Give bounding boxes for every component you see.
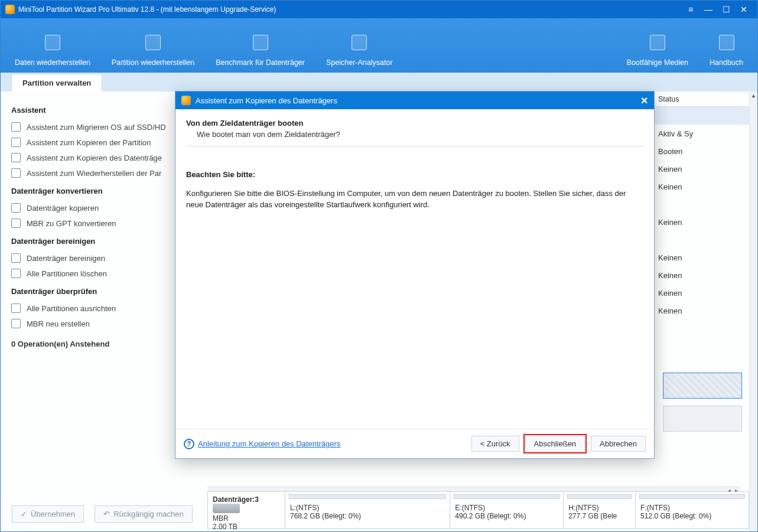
ribbon-bootable-media[interactable]: Bootfähige Medien [616,18,699,73]
disk-map-preview [663,373,742,439]
partition-cell[interactable]: H:(NTFS)277.7 GB (Bele [563,492,635,528]
status-cell [655,107,749,125]
status-column: Aktiv & SyBootenKeinenKeinenKeinenKeinen… [655,107,749,319]
help-link[interactable]: ? Anleitung zum Kopieren des Datenträger… [184,439,340,449]
app-logo-icon [5,5,15,14]
ribbon-data-recovery[interactable]: Daten wiederherstellen [4,18,101,73]
partition-name: E:(NTFS) [455,504,558,512]
ribbon-label: Handbuch [710,58,743,67]
partition-cell[interactable]: L:(NTFS)768.2 GB (Belegt: 0%) [285,492,450,528]
partition-info: 768.2 GB (Belegt: 0%) [290,512,445,520]
dialog-close-button[interactable]: ✕ [640,95,648,106]
maximize-button[interactable]: ☐ [717,5,735,14]
undo-button[interactable]: ↶Rückgängig machen [95,505,193,523]
usage-bar [454,494,559,499]
app-window: MiniTool Partition Wizard Pro Ultimativ … [0,0,758,532]
status-cell: Keinen [655,178,749,195]
tab-partition-manage[interactable]: Partition verwalten [11,74,102,92]
apply-button[interactable]: ✓Übernehmen [12,505,84,523]
dialog-footer: ? Anleitung zum Kopieren des Datenträger… [175,429,654,458]
finish-button[interactable]: Abschließen [525,436,585,452]
status-cell: Keinen [655,213,749,231]
status-cell: Keinen [655,160,749,178]
sidebar-item-label: Assistent zum Migrieren OS auf SSD/HD [27,123,166,132]
sidebar-item-label: Alle Partitionen löschen [27,269,107,278]
status-cell: Keinen [655,249,749,266]
dialog-title: Assistent zum Kopieren des Datenträgers [196,96,337,105]
ribbon-label: Speicher-Analysator [326,58,393,67]
vertical-scrollbar[interactable]: ▲ [749,92,757,531]
sidebar-item-label: Alle Partitionen ausrichten [27,304,116,313]
disk-icon [213,504,240,513]
button-label: Übernehmen [31,510,75,518]
recover-icon [11,168,21,178]
sidebar-item-label: MBR neu erstellen [27,319,90,328]
partition-name: L:(NTFS) [290,504,445,512]
disk-meta: Datenträger:3 MBR 2.00 TB [208,492,285,528]
ribbon-partition-recovery[interactable]: Partition wiederherstellen [101,18,205,73]
partition-name: F:(NTFS) [640,504,744,512]
status-cell: Booten [655,142,749,160]
eraser-icon [11,253,21,263]
dialog-heading: Von dem Zieldatenträger booten [186,119,643,128]
ribbon-benchmark[interactable]: Benchmark für Datenträger [205,18,315,73]
copy-icon [11,203,21,213]
status-cell: Keinen [655,266,749,284]
partition-cell[interactable]: F:(NTFS)512.0 GB (Belegt: 0%) [635,492,749,528]
divider [186,146,643,146]
usage-bar [639,494,745,499]
ribbon-space-analyzer[interactable]: Speicher-Analysator [315,18,404,73]
cancel-button[interactable]: Abbrechen [591,436,646,452]
sidebar-item-label: Assistent zum Kopieren des Datenträge [27,154,162,162]
column-header-status[interactable]: Status [655,92,749,107]
undo-icon: ↶ [103,510,110,518]
disk-strip-3[interactable]: Datenträger:3 MBR 2.00 TB L:(NTFS)768.2 … [207,491,749,529]
ribbon-label: Benchmark für Datenträger [216,58,305,67]
help-link-label[interactable]: Anleitung zum Kopieren des Datenträgers [198,439,340,448]
note-title: Beachten Sie bitte: [186,170,643,179]
disk-map-bar [663,373,742,399]
tabstrip: Partition verwalten [1,73,757,92]
window-title: MiniTool Partition Wizard Pro Ultimativ … [18,5,276,14]
sidebar-item-label: Assistent zum Wiederherstellen der Par [27,169,161,178]
sidebar-item-label: Assistent zum Kopieren der Partition [27,138,151,147]
ribbon-label: Partition wiederherstellen [112,58,194,67]
partition-cell[interactable]: E:(NTFS)490.2 GB (Belegt: 0%) [450,492,563,528]
minimize-button[interactable]: — [700,5,717,14]
ribbon-manual[interactable]: Handbuch [699,18,754,73]
status-cell: Keinen [655,302,749,319]
usb-icon [650,35,665,50]
scroll-up-icon[interactable]: ▲ [750,92,757,100]
partition-info: 490.2 GB (Belegt: 0%) [455,512,558,520]
analyzer-icon [352,35,367,50]
note-body: Konfigurieren Sie bitte die BIOS-Einstel… [186,188,635,211]
titlebar: MiniTool Partition Wizard Pro Ultimativ … [1,1,757,18]
align-icon [11,303,21,313]
ribbon-label: Daten wiederherstellen [15,58,90,67]
back-button[interactable]: < Zurück [471,436,519,452]
partition-info: 512.0 GB (Belegt: 0%) [640,512,744,520]
usage-bar [289,494,446,499]
status-cell [655,231,749,249]
close-button[interactable]: ✕ [735,5,753,14]
status-cell: Keinen [655,284,749,302]
sidebar-item-label: Datenträger kopieren [27,204,99,213]
menu-icon[interactable]: ≡ [682,5,700,14]
status-cell: Aktiv & Sy [655,125,749,142]
partition-info: 277.7 GB (Bele [568,512,630,520]
dialog-subheading: Wie bootet man von dem Zieldatenträger? [197,130,643,139]
copy-partition-icon [11,138,21,147]
convert-icon [11,218,21,228]
migrate-icon [11,122,21,132]
disk-scheme: MBR [213,514,280,523]
sidebar-item-label: MBR zu GPT konvertieren [27,219,116,228]
disk-label: Datenträger:3 [213,495,280,504]
ribbon: Daten wiederherstellen Partition wiederh… [1,18,757,73]
book-icon [719,35,734,50]
partition-name: H:(NTFS) [568,504,630,512]
footer-buttons: ✓Übernehmen ↶Rückgängig machen [12,505,193,523]
disk-map-bar [663,406,742,432]
trash-icon [11,269,21,278]
check-icon: ✓ [21,510,27,518]
usage-bar [567,494,632,499]
